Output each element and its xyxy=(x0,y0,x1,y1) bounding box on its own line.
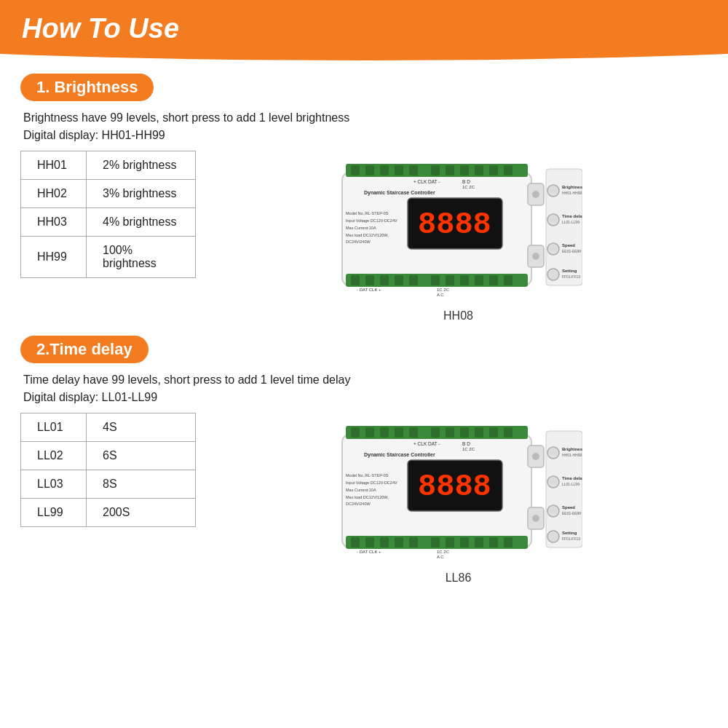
svg-rect-60 xyxy=(380,427,389,438)
svg-rect-74 xyxy=(409,537,418,547)
svg-text:Model No.:RL-STEP-0S: Model No.:RL-STEP-0S xyxy=(346,473,389,478)
brightness-desc2: Digital display: HH01-HH99 xyxy=(23,129,708,142)
timedelay-device-area: 8888 Dynamic Staircase Controller Model … xyxy=(209,413,708,585)
svg-text:1C    2C: 1C 2C xyxy=(437,550,450,554)
svg-rect-4 xyxy=(380,165,389,175)
svg-point-90 xyxy=(532,453,539,460)
svg-text:Max load:DC12V/120W,: Max load:DC12V/120W, xyxy=(346,233,389,237)
svg-rect-78 xyxy=(475,537,483,547)
svg-text:Time delay: Time delay xyxy=(562,214,582,218)
svg-rect-12 xyxy=(504,165,513,175)
svg-rect-71 xyxy=(365,537,374,547)
svg-text:Model No.:RL-STEP-0S: Model No.:RL-STEP-0S xyxy=(346,211,389,215)
svg-rect-61 xyxy=(395,427,403,438)
svg-text:HH01-HH99: HH01-HH99 xyxy=(562,191,582,195)
svg-rect-73 xyxy=(395,537,403,547)
svg-text:8888: 8888 xyxy=(418,470,491,505)
svg-point-96 xyxy=(547,505,559,517)
svg-text:B    D: B D xyxy=(462,179,470,184)
svg-point-36 xyxy=(532,253,539,260)
brightness-device-svg: 8888 Dynamic Staircase Controller Model … xyxy=(335,151,582,304)
svg-text:Setting: Setting xyxy=(562,531,577,535)
svg-rect-8 xyxy=(446,165,454,175)
svg-rect-59 xyxy=(365,427,374,438)
svg-rect-11 xyxy=(489,165,498,175)
svg-rect-79 xyxy=(489,537,498,547)
svg-rect-70 xyxy=(351,537,360,547)
brightness-row: HH012% brightnessHH023% brightnessHH034%… xyxy=(20,151,708,323)
svg-text:Input Voltage  DC12V-DC24V: Input Voltage DC12V-DC24V xyxy=(346,480,397,485)
svg-text:Setting: Setting xyxy=(562,269,577,273)
svg-rect-20 xyxy=(446,275,454,285)
svg-text:A     C: A C xyxy=(437,555,444,559)
svg-text:1C   2C: 1C 2C xyxy=(462,447,475,451)
svg-text:B    D: B D xyxy=(462,441,470,446)
svg-rect-15 xyxy=(365,275,374,285)
svg-rect-62 xyxy=(409,427,418,438)
svg-text:Speed: Speed xyxy=(562,243,575,248)
svg-point-95 xyxy=(547,476,559,488)
svg-point-34 xyxy=(532,191,539,198)
svg-text:EE01-EE99: EE01-EE99 xyxy=(562,511,581,515)
svg-rect-14 xyxy=(351,275,360,285)
section-timedelay: 2.Time delay Time delay have 99 levels, … xyxy=(20,336,708,585)
svg-text:+   CLK DAT  -: + CLK DAT - xyxy=(414,441,440,446)
svg-rect-3 xyxy=(365,165,374,175)
page-title: How To Use xyxy=(22,13,179,44)
svg-point-92 xyxy=(532,515,539,522)
svg-text:Brightness: Brightness xyxy=(562,185,582,189)
table-row: HH99100% brightness xyxy=(21,237,196,278)
svg-rect-6 xyxy=(409,165,418,175)
svg-point-41 xyxy=(547,269,559,280)
svg-rect-80 xyxy=(504,537,513,547)
section-brightness: 1. Brightness Brightness have 99 levels,… xyxy=(20,74,708,323)
svg-text:1C   2C: 1C 2C xyxy=(462,185,475,189)
svg-rect-66 xyxy=(475,427,483,438)
svg-text:Input Voltage  DC12V-DC24V: Input Voltage DC12V-DC24V xyxy=(346,218,397,223)
svg-text:8888: 8888 xyxy=(418,207,491,242)
timedelay-row: LL014SLL026SLL038SLL99200S xyxy=(20,413,708,585)
svg-rect-2 xyxy=(351,165,360,175)
svg-text:Dynamic Staircase Controller: Dynamic Staircase Controller xyxy=(364,452,435,458)
svg-rect-21 xyxy=(460,275,469,285)
svg-text:DC24V/240W: DC24V/240W xyxy=(346,240,371,244)
svg-text:Max Current:10A: Max Current:10A xyxy=(346,488,376,492)
brightness-desc1: Brightness have 99 levels, short press t… xyxy=(23,111,708,124)
timedelay-table: LL014SLL026SLL038SLL99200S xyxy=(20,413,196,527)
timedelay-desc1: Time delay have 99 levels, short press t… xyxy=(23,373,708,387)
brightness-device-label: HH08 xyxy=(443,309,473,323)
svg-rect-18 xyxy=(409,275,418,285)
svg-text:Time delay: Time delay xyxy=(562,476,582,480)
timedelay-desc2: Digital display: LL01-LL99 xyxy=(23,391,708,404)
svg-text:-   DAT CLK  +: - DAT CLK + xyxy=(357,550,381,554)
svg-rect-67 xyxy=(489,427,498,438)
table-row: HH023% brightness xyxy=(21,180,196,208)
timedelay-badge: 2.Time delay xyxy=(20,336,149,363)
svg-rect-68 xyxy=(504,427,513,438)
svg-text:Max Current:10A: Max Current:10A xyxy=(346,226,376,230)
svg-rect-76 xyxy=(446,537,454,547)
svg-point-39 xyxy=(547,214,559,226)
svg-rect-77 xyxy=(460,537,469,547)
main-content: 1. Brightness Brightness have 99 levels,… xyxy=(0,60,728,605)
svg-text:FF01-FF13: FF01-FF13 xyxy=(562,274,580,279)
svg-text:DC24V/240W: DC24V/240W xyxy=(346,502,371,506)
svg-rect-75 xyxy=(431,537,440,547)
brightness-device-area: 8888 Dynamic Staircase Controller Model … xyxy=(209,151,708,323)
svg-text:Dynamic Staircase Controller: Dynamic Staircase Controller xyxy=(364,190,435,196)
svg-text:-   DAT CLK  +: - DAT CLK + xyxy=(357,288,381,292)
timedelay-device-svg: 8888 Dynamic Staircase Controller Model … xyxy=(335,413,582,566)
svg-rect-23 xyxy=(489,275,498,285)
svg-text:A     C: A C xyxy=(437,293,444,297)
svg-point-38 xyxy=(547,185,559,197)
svg-rect-22 xyxy=(475,275,483,285)
svg-rect-64 xyxy=(446,427,454,438)
svg-text:LL01-LL99: LL01-LL99 xyxy=(562,220,579,224)
svg-text:LL01-LL99: LL01-LL99 xyxy=(562,482,579,486)
svg-point-94 xyxy=(547,447,559,459)
svg-rect-19 xyxy=(431,275,440,285)
timedelay-device-label: LL86 xyxy=(446,571,472,585)
svg-rect-24 xyxy=(504,275,513,285)
svg-rect-63 xyxy=(431,427,440,438)
page-header: How To Use xyxy=(0,0,728,60)
